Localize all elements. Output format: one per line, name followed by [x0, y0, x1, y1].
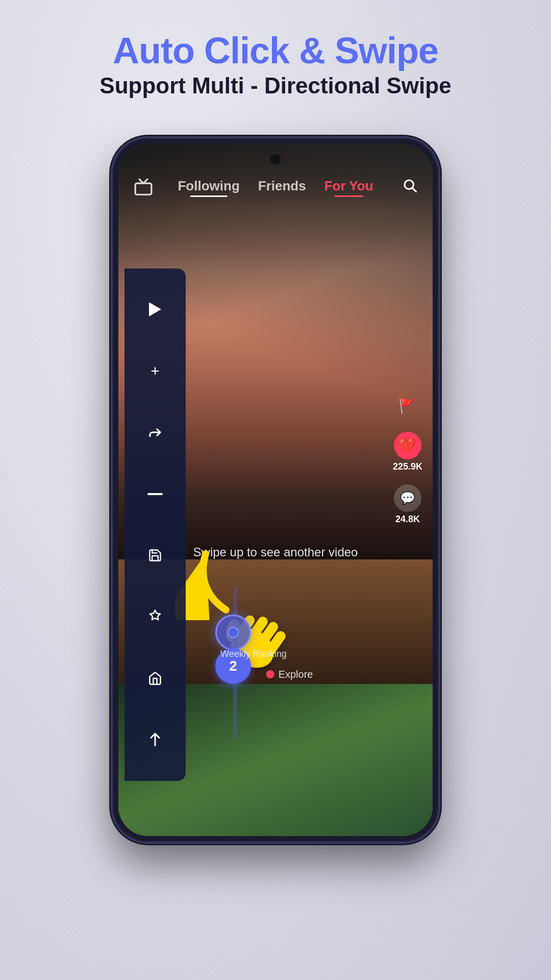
header-subtitle: Support Multi - Directional Swipe: [0, 71, 551, 100]
camera-notch: [269, 153, 282, 165]
like-button[interactable]: ❤️ 225.9K: [393, 432, 422, 472]
flag-icon: 🚩: [394, 393, 421, 420]
phone-frame: Following Friends For You Swipe up to se…: [112, 138, 439, 842]
header-section: Auto Click & Swipe Support Multi - Direc…: [0, 31, 551, 100]
sidebar-settings-button[interactable]: [142, 603, 168, 630]
sidebar-panel: +: [124, 268, 186, 780]
search-icon[interactable]: [402, 178, 417, 197]
video-actions: 🚩 ❤️ 225.9K 💬 24.8K: [393, 393, 422, 525]
explore-label: Explore: [279, 669, 313, 680]
phone-screen: Following Friends For You Swipe up to se…: [118, 144, 433, 836]
sidebar-add-button[interactable]: +: [142, 358, 168, 384]
tab-friends[interactable]: Friends: [258, 178, 306, 197]
sidebar-forward-button[interactable]: [142, 419, 168, 446]
flag-button[interactable]: 🚩: [394, 393, 421, 420]
explore-item[interactable]: Explore: [266, 669, 313, 680]
home-icon: [148, 671, 162, 685]
tv-icon[interactable]: [134, 178, 153, 197]
heart-icon: ❤️: [394, 432, 421, 459]
comment-count: 24.8K: [395, 514, 420, 525]
svg-rect-0: [135, 183, 152, 194]
svg-line-2: [413, 188, 416, 192]
forward-icon: [147, 425, 163, 440]
save-icon: [148, 548, 162, 562]
arrow-annotation: [175, 538, 257, 620]
explore-dot: [266, 670, 274, 678]
drag-knob-inner: [228, 627, 239, 638]
sidebar-minus-button[interactable]: [142, 481, 168, 507]
like-count: 225.9K: [393, 461, 422, 472]
up-arrow-icon: [148, 732, 162, 747]
tiktok-navigation: Following Friends For You: [118, 169, 433, 205]
minus-icon: [147, 493, 163, 496]
sidebar-play-button[interactable]: [142, 296, 168, 323]
play-icon: [149, 302, 161, 316]
header-title: Auto Click & Swipe: [0, 31, 551, 71]
sidebar-home-button[interactable]: [142, 665, 168, 692]
settings-icon: [147, 609, 163, 624]
comment-icon: 💬: [394, 484, 421, 512]
sidebar-up-button[interactable]: [142, 726, 168, 753]
comment-button[interactable]: 💬 24.8K: [394, 484, 421, 525]
plus-icon: +: [151, 362, 160, 380]
nav-tabs: Following Friends For You: [178, 178, 373, 197]
drag-knob[interactable]: [215, 615, 251, 650]
tab-following[interactable]: Following: [178, 178, 239, 197]
sidebar-save-button[interactable]: [142, 542, 168, 569]
tab-for-you[interactable]: For You: [324, 178, 373, 197]
weekly-ranking-label: Weekly Ranking: [220, 649, 287, 659]
svg-rect-10: [147, 493, 163, 495]
badge-number: 2: [229, 658, 237, 674]
